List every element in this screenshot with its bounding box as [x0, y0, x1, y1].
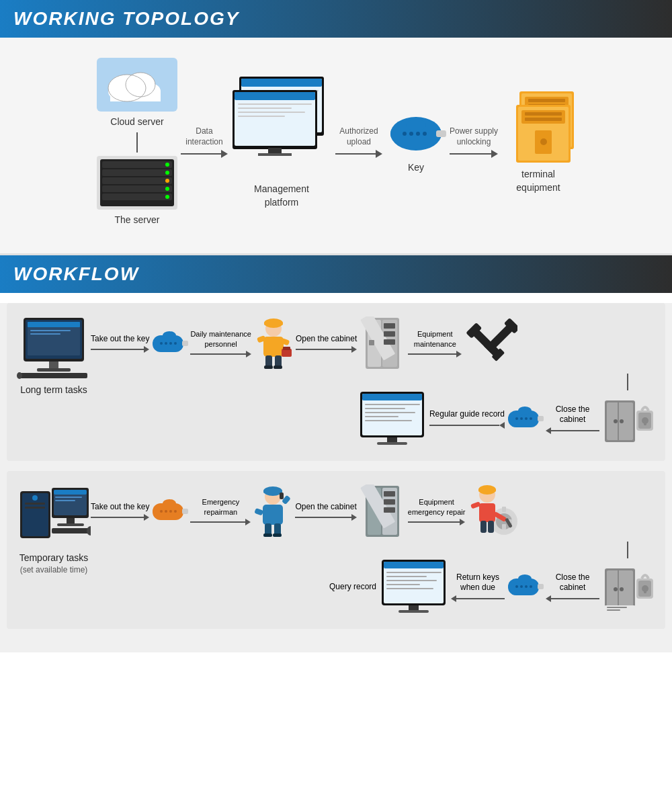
arrow-close-2 [546, 595, 599, 602]
long-term-flow: Take out the key [91, 316, 655, 447]
terminal-equipment-label: terminalequipment [516, 168, 560, 194]
power-supply-label: Power supplyunlocking [450, 126, 498, 147]
svg-point-144 [163, 499, 176, 507]
monitor-wf-2-item [378, 558, 449, 615]
topology-diagram: Cloud server [7, 51, 665, 233]
cloud-server-group: Cloud server [97, 58, 177, 226]
double-monitor [231, 75, 332, 163]
emergency-repairman-arrow: Emergencyrepairman [190, 497, 251, 525]
repair-person-item [467, 484, 521, 538]
temporary-layout: Temporary tasks (set available time) Tak… [17, 484, 655, 615]
daily-maintenance-arrow: Daily maintenancepersonnel [190, 329, 251, 357]
cabinet-open-2-item [359, 484, 406, 538]
svg-point-43 [409, 132, 413, 136]
topology-diagram-container: Cloud server [0, 38, 672, 255]
tools-icon [464, 316, 517, 370]
cloud-icon [97, 58, 177, 112]
svg-rect-197 [538, 584, 544, 589]
svg-rect-95 [384, 331, 395, 337]
temporary-block: Temporary tasks (set available time) Tak… [7, 471, 665, 629]
svg-rect-160 [273, 533, 282, 537]
tools-item [464, 316, 517, 370]
svg-point-116 [520, 417, 523, 420]
svg-rect-150 [263, 505, 283, 525]
server-item: The server [97, 156, 177, 227]
lock-cabinet-2-icon [601, 562, 655, 612]
svg-rect-141 [52, 528, 89, 533]
server-label: The server [115, 214, 160, 227]
svg-rect-72 [182, 341, 188, 346]
svg-point-201 [530, 585, 532, 588]
svg-point-198 [515, 585, 518, 588]
svg-point-118 [530, 417, 532, 420]
topology-title: WORKING TOPOLOGY [13, 8, 239, 30]
take-key-label-2: Take out the key [91, 502, 149, 513]
svg-rect-170 [502, 507, 506, 512]
svg-rect-57 [525, 118, 562, 121]
svg-rect-208 [386, 576, 427, 577]
temp-sub-label: (set available time) [20, 565, 88, 574]
svg-point-147 [165, 510, 167, 513]
svg-point-200 [525, 585, 528, 588]
svg-rect-139 [67, 518, 75, 523]
svg-rect-128 [365, 420, 412, 421]
key-blue-2-item [507, 404, 544, 434]
svg-rect-14 [102, 194, 172, 200]
svg-rect-124 [365, 404, 420, 405]
svg-rect-49 [528, 99, 565, 102]
lock-cabinet-icon [601, 394, 655, 444]
long-term-layout: Long term tasks Take out the key [17, 316, 655, 447]
svg-rect-67 [37, 368, 71, 372]
svg-rect-167 [384, 507, 395, 513]
svg-rect-36 [238, 112, 305, 113]
svg-rect-165 [384, 491, 395, 497]
arrow-reg-guide [429, 422, 505, 429]
key-item: Key [386, 110, 446, 175]
v-connector-long [91, 374, 655, 390]
cabinet-open-icon [359, 316, 406, 370]
authorized-upload-label: Authorizedupload [339, 126, 378, 147]
svg-rect-122 [387, 437, 397, 442]
svg-rect-33 [258, 153, 292, 156]
svg-point-76 [174, 342, 177, 345]
svg-rect-166 [384, 499, 395, 505]
key-topo-label: Key [408, 161, 424, 175]
svg-point-17 [165, 179, 169, 183]
svg-rect-185 [618, 570, 619, 608]
svg-rect-191 [644, 589, 646, 593]
svg-point-19 [165, 195, 169, 199]
reg-guide-arrow: Regular guide record [429, 409, 505, 429]
svg-rect-84 [283, 347, 290, 350]
data-interaction-label: Datainteraction [185, 126, 222, 147]
svg-rect-177 [479, 503, 495, 522]
arrow-equip [408, 351, 462, 357]
key-topo-icon [386, 110, 446, 157]
key-blue-3-item [507, 572, 544, 602]
equip-emergency-arrow: Equipmentemergency repair [408, 497, 466, 525]
svg-rect-159 [263, 533, 272, 537]
svg-point-148 [169, 510, 172, 513]
svg-point-73 [160, 342, 163, 345]
equip-emergency-label: Equipmentemergency repair [408, 497, 466, 517]
svg-rect-155 [280, 493, 284, 499]
svg-rect-205 [409, 605, 419, 610]
svg-point-45 [423, 132, 427, 136]
worker-yellow-icon [253, 316, 294, 370]
close-cabinet-label: Close thecabinet [556, 404, 590, 425]
key-blue-3-icon [507, 572, 544, 602]
svg-point-113 [518, 407, 532, 415]
svg-point-196 [518, 574, 532, 583]
arrow-line-ps [450, 150, 498, 158]
svg-rect-68 [20, 373, 87, 378]
svg-rect-133 [25, 507, 45, 509]
svg-rect-31 [235, 92, 315, 100]
svg-point-74 [165, 342, 167, 345]
lock-cabinet-2-item [601, 562, 655, 612]
monitor-wf-icon [357, 390, 427, 447]
svg-rect-11 [102, 169, 172, 176]
svg-rect-80 [264, 322, 283, 325]
v-connector-temp [91, 542, 655, 558]
svg-rect-93 [369, 340, 374, 345]
worker-blue-item [253, 484, 293, 538]
svg-rect-140 [57, 523, 84, 526]
